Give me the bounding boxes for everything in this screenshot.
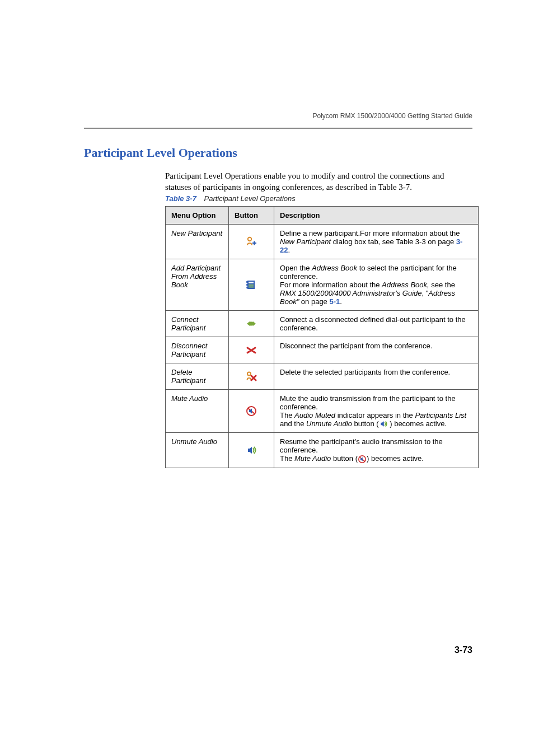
intro-paragraph: Participant Level Operations enable you … bbox=[165, 170, 472, 193]
menu-option-cell: Add Participant From Address Book bbox=[166, 259, 229, 310]
button-icon-cell bbox=[229, 259, 274, 310]
page-number: 3-73 bbox=[455, 645, 472, 655]
button-icon-cell bbox=[229, 389, 274, 433]
table-caption: Table 3-7 Participant Level Operations bbox=[165, 194, 472, 203]
menu-option-cell: New Participant bbox=[166, 224, 229, 259]
disconnect-participant-icon bbox=[246, 345, 257, 355]
section-heading: Participant Level Operations bbox=[84, 146, 472, 160]
table-row: Delete ParticipantDelete the selected pa… bbox=[166, 363, 479, 389]
table-row: Add Participant From Address BookOpen th… bbox=[166, 259, 479, 310]
menu-option-cell: Unmute Audio bbox=[166, 433, 229, 468]
description-cell: Disconnect the participant from the conf… bbox=[274, 337, 479, 363]
mute-audio-icon bbox=[246, 406, 257, 416]
col-header-menu: Menu Option bbox=[166, 206, 229, 224]
description-cell: Open the Address Book to select the part… bbox=[274, 259, 479, 310]
table-row: New ParticipantDefine a new participant.… bbox=[166, 224, 479, 259]
menu-option-cell: Mute Audio bbox=[166, 389, 229, 433]
button-icon-cell bbox=[229, 433, 274, 468]
button-icon-cell bbox=[229, 363, 274, 389]
table-caption-text: Participant Level Operations bbox=[204, 194, 296, 203]
description-cell: Delete the selected participants from th… bbox=[274, 363, 479, 389]
page-reference-link[interactable]: 5-1 bbox=[329, 297, 340, 306]
page: Polycom RMX 1500/2000/4000 Getting Start… bbox=[0, 0, 534, 756]
button-icon-cell bbox=[229, 224, 274, 259]
button-icon-cell bbox=[229, 337, 274, 363]
address-book-icon bbox=[246, 279, 257, 290]
connect-participant-icon bbox=[246, 319, 257, 329]
description-cell: Connect a disconnected defined dial-out … bbox=[274, 310, 479, 337]
mute-audio-icon bbox=[358, 455, 367, 463]
unmute-audio-icon bbox=[379, 420, 388, 428]
button-icon-cell bbox=[229, 310, 274, 337]
col-header-button: Button bbox=[229, 206, 274, 224]
description-cell: Resume the participant's audio transmiss… bbox=[274, 433, 479, 468]
running-header: Polycom RMX 1500/2000/4000 Getting Start… bbox=[312, 112, 472, 120]
operations-table: Menu Option Button Description New Parti… bbox=[165, 206, 479, 468]
table-row: Connect ParticipantConnect a disconnecte… bbox=[166, 310, 479, 337]
new-participant-icon bbox=[246, 236, 257, 246]
description-cell: Mute the audio transmission from the par… bbox=[274, 389, 479, 433]
table-row: Unmute AudioResume the participant's aud… bbox=[166, 433, 479, 468]
unmute-audio-icon bbox=[246, 445, 257, 455]
description-cell: Define a new participant.For more inform… bbox=[274, 224, 479, 259]
table-row: Mute AudioMute the audio transmission fr… bbox=[166, 389, 479, 433]
table-row: Disconnect ParticipantDisconnect the par… bbox=[166, 337, 479, 363]
table-header-row: Menu Option Button Description bbox=[166, 206, 479, 224]
menu-option-cell: Connect Participant bbox=[166, 310, 229, 337]
delete-participant-icon bbox=[246, 371, 257, 381]
menu-option-cell: Delete Participant bbox=[166, 363, 229, 389]
menu-option-cell: Disconnect Participant bbox=[166, 337, 229, 363]
col-header-description: Description bbox=[274, 206, 479, 224]
table-caption-label: Table 3-7 bbox=[165, 194, 196, 203]
header-rule bbox=[84, 128, 472, 129]
